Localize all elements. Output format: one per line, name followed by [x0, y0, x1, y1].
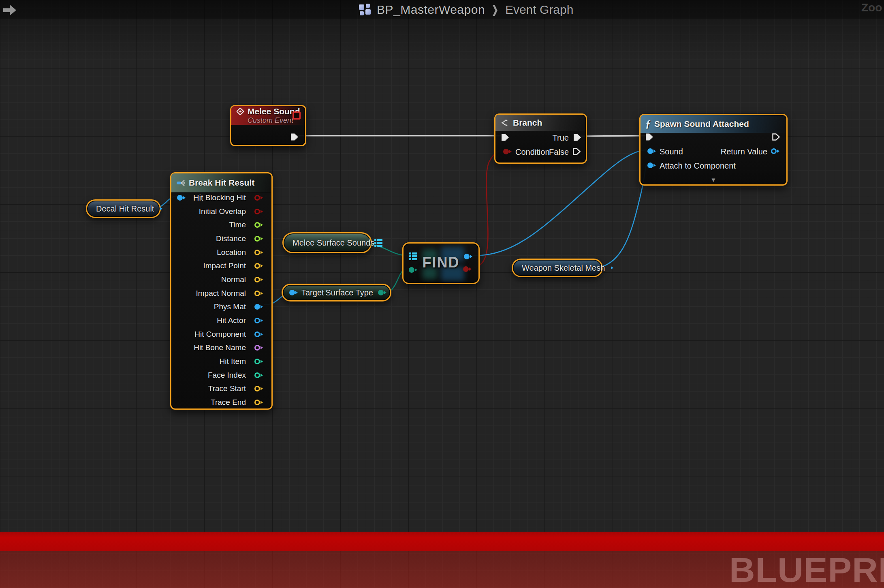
blueprint-editor: { "header": { "breadcrumb_root": "BP_Mas… [0, 0, 884, 588]
exec-output-pin[interactable] [290, 133, 299, 141]
exec-input-pin[interactable] [501, 133, 510, 141]
output-pin[interactable] [254, 304, 260, 310]
node-weapon-skeletal-mesh[interactable]: Weapon Skeletal Mesh [512, 259, 603, 277]
node-get-surface-type[interactable]: Target Surface Type [282, 284, 391, 301]
pin-label: Hit Bone Name [194, 343, 246, 352]
break-output-row: Trace Start [171, 382, 271, 396]
output-pin[interactable] [254, 400, 260, 405]
pin-label: Distance [216, 234, 246, 243]
branch-icon [500, 119, 509, 127]
pin-label: Impact Normal [196, 289, 246, 298]
node-title: Branch [513, 118, 542, 128]
target-label: Target [301, 288, 324, 297]
breadcrumb-graph-name[interactable]: Event Graph [505, 3, 573, 17]
condition-pin[interactable] [503, 149, 509, 154]
output-pin[interactable] [254, 277, 260, 282]
output-pin[interactable] [254, 331, 260, 337]
breadcrumb-blueprint-name[interactable]: BP_MasterWeapon [377, 3, 485, 17]
custom-event-icon [236, 107, 244, 115]
break-output-row: Hit Actor [171, 314, 271, 327]
map-output-pin[interactable] [374, 239, 382, 247]
zoom-level-indicator: Zoo [861, 1, 882, 14]
pin-label: Trace End [211, 398, 246, 407]
delegate-pin[interactable] [293, 111, 301, 120]
break-output-row: Face Index [171, 368, 271, 382]
node-branch[interactable]: Branch Condition True False [494, 113, 587, 164]
break-output-row: Impact Point [171, 259, 271, 273]
wire-skeletalmesh-to-attach[interactable] [595, 164, 647, 268]
break-output-row: Trace End [171, 396, 271, 409]
wire-layer [0, 0, 884, 588]
sound-pin[interactable] [647, 148, 653, 154]
break-output-row: Time [171, 218, 271, 232]
output-pin[interactable] [254, 318, 260, 323]
sound-label: Sound [660, 147, 683, 156]
map-input-pin[interactable] [409, 252, 417, 260]
pin-label: Blocking Hit [205, 193, 246, 202]
value-output-pin[interactable] [464, 254, 470, 259]
variable-label: Weapon Skeletal Mesh [522, 263, 605, 273]
true-exec-pin[interactable] [573, 133, 582, 141]
node-spawn-sound-attached[interactable]: ƒ Spawn Sound Attached Sound Return Valu… [639, 114, 788, 186]
condition-label: Condition [515, 148, 550, 157]
break-output-row: Hit Bone Name [171, 341, 271, 355]
surface-type-label: Surface Type [326, 288, 373, 297]
output-pin[interactable] [254, 195, 260, 201]
found-output-pin[interactable] [463, 266, 469, 272]
break-output-row: Normal [171, 273, 271, 287]
pin-label: Phys Mat [214, 302, 246, 311]
variable-label: Decal Hit Result [96, 204, 154, 214]
key-input-pin[interactable] [409, 267, 414, 273]
output-pin[interactable] [254, 222, 260, 228]
pin-label: Initial Overlap [199, 207, 246, 216]
node-melee-sound[interactable]: Melee Sound Custom Event [230, 105, 306, 146]
function-icon: ƒ [645, 118, 651, 130]
node-melee-surface-sounds[interactable]: Melee Surface Sounds [282, 232, 372, 253]
node-title: Break Hit Result [189, 178, 254, 188]
breadcrumb-chevron-icon: ❯ [492, 4, 498, 16]
break-output-rows: Blocking Hit Initial Overlap Time Distan… [171, 191, 271, 409]
output-pin[interactable] [254, 291, 260, 296]
break-struct-icon [176, 179, 185, 186]
node-break-hit-result[interactable]: Break Hit Result Hit Blocking Hit Initia… [170, 172, 273, 410]
node-decal-hit-result[interactable]: Decal Hit Result [86, 199, 161, 218]
pin-label: Hit Actor [217, 316, 246, 325]
output-pin[interactable] [254, 209, 260, 214]
pin-label: Impact Point [203, 261, 246, 270]
output-pin[interactable] [254, 263, 260, 269]
output-pin[interactable] [254, 345, 260, 351]
surface-type-output-pin[interactable] [378, 290, 384, 295]
break-output-row: Hit Item [171, 355, 271, 368]
break-output-row: Initial Overlap [171, 205, 271, 218]
target-input-pin[interactable] [289, 290, 295, 295]
output-pin[interactable] [254, 359, 260, 364]
output-pin[interactable] [254, 372, 260, 378]
breadcrumb: BP_MasterWeapon ❯ Event Graph [359, 3, 573, 17]
true-label: True [553, 133, 569, 143]
break-output-row: Hit Component [171, 327, 271, 341]
blueprint-class-icon [359, 4, 371, 16]
output-pin[interactable] [254, 236, 260, 242]
attach-to-component-label: Attach to Component [660, 161, 736, 171]
pin-label: Time [229, 220, 246, 229]
exec-input-pin[interactable] [645, 133, 654, 141]
node-map-find[interactable]: FIND [402, 242, 480, 284]
node-expander-icon[interactable]: ▼ [711, 177, 717, 183]
return-value-pin[interactable] [771, 148, 777, 154]
break-output-row: Distance [171, 232, 271, 246]
break-output-row: Location [171, 246, 271, 259]
wire-find-value-to-sound[interactable] [470, 150, 647, 256]
pin-label: Trace Start [208, 384, 246, 393]
pin-label: Hit Item [220, 357, 246, 366]
pin-label: Normal [221, 275, 246, 284]
exec-output-pin[interactable] [772, 133, 781, 141]
wire-exec-branch-true-to-spawn[interactable] [579, 136, 646, 136]
pin-label: Face Index [208, 371, 246, 380]
false-exec-pin[interactable] [572, 148, 581, 156]
output-pin[interactable] [254, 386, 260, 391]
output-pin[interactable] [254, 250, 260, 255]
attach-to-component-pin[interactable] [647, 163, 653, 168]
node-title: Spawn Sound Attached [654, 119, 749, 129]
break-output-row: Phys Mat [171, 300, 271, 314]
return-value-label: Return Value [721, 147, 767, 156]
